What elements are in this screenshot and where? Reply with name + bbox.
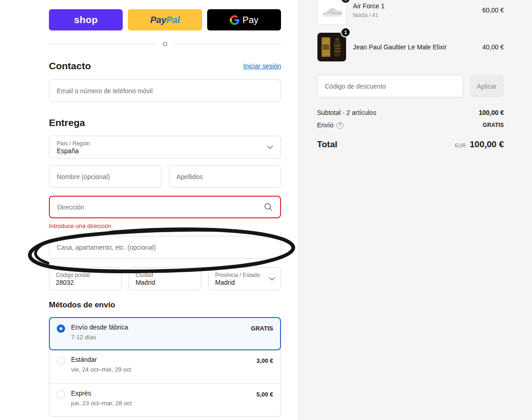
postal-code-label: Código postal <box>56 272 90 278</box>
shipping-option-detail: jue, 23 oct–mar, 28 oct <box>71 400 257 407</box>
cart-item-le-male-elixir: 1 Jean Paul Gaultier Le Male Elixir 40,0… <box>317 32 504 62</box>
province-select[interactable]: Provincia / Estado Madrid <box>208 267 281 290</box>
shipping-cost-row: Envío ? GRATIS <box>317 121 504 129</box>
email-placeholder: Email o número de teléfono móvil <box>57 87 153 95</box>
order-summary-panel: 1 Air Force 1 Nocta / 41 60,00 € <box>299 0 532 420</box>
shipping-option-name: Envío desde fábrica <box>71 324 251 331</box>
search-icon <box>264 203 273 211</box>
total-row: Total EUR 100,00 € <box>317 139 504 150</box>
product-image-perfume <box>317 32 347 62</box>
express-payment-buttons: shop PayPal Pay <box>49 9 281 30</box>
locale-fields-row: Código postal 28032 Ciudad Madrid Provin… <box>49 267 281 290</box>
shipping-option-price: 5,00 € <box>257 391 273 398</box>
city-field[interactable]: Ciudad Madrid <box>129 267 202 290</box>
cart-item-air-force-1: 1 Air Force 1 Nocta / 41 60,00 € <box>317 0 504 25</box>
country-value: España <box>57 147 90 155</box>
first-name-placeholder: Nombre (opcional) <box>57 173 110 180</box>
apartment-field[interactable]: Casa, apartamento, etc. (opcional) <box>49 236 281 258</box>
checkout-page: Pago exprés shop PayPal Pay <box>0 0 532 420</box>
postal-code-value: 28032 <box>56 279 90 286</box>
divider-line <box>174 44 281 44</box>
province-label: Provincia / Estado <box>215 272 260 278</box>
discount-row: Código de descuento Aplicar <box>317 75 504 97</box>
city-value: Madrid <box>136 279 155 286</box>
product-name: Air Force 1 <box>353 2 482 10</box>
shipping-option-factory[interactable]: Envío desde fábrica 7-12 días GRATIS <box>49 317 281 350</box>
apply-discount-button[interactable]: Aplicar <box>470 75 504 97</box>
name-fields-row: Nombre (opcional) Apellidos <box>49 165 281 188</box>
first-name-field[interactable]: Nombre (opcional) <box>49 165 161 188</box>
product-image-sneaker <box>317 0 347 25</box>
radio-selected-icon[interactable] <box>57 324 65 333</box>
shipping-option-price: GRATIS <box>251 325 273 332</box>
city-label: Ciudad <box>136 272 155 278</box>
address-placeholder: Dirección <box>57 204 84 211</box>
product-price: 40,00 € <box>482 43 504 51</box>
contact-title: Contacto <box>49 60 91 72</box>
divider-line <box>49 44 156 44</box>
total-value: 100,00 € <box>470 139 504 150</box>
currency-code: EUR <box>455 143 466 148</box>
paypal-button[interactable]: PayPal <box>128 9 202 30</box>
quantity-badge: 1 <box>341 27 351 37</box>
chevron-down-icon <box>269 277 275 281</box>
shipping-option-standard[interactable]: Estándar vie, 24 oct–mié, 29 oct 3,00 € <box>49 350 281 383</box>
shipping-option-name: Exprés <box>71 390 257 397</box>
country-label: País / Región <box>57 140 90 147</box>
divider-label: O <box>162 41 167 48</box>
or-divider: O <box>49 40 281 48</box>
shop-pay-button[interactable]: shop <box>49 9 123 30</box>
shipping-option-name: Estándar <box>71 356 257 363</box>
province-value: Madrid <box>215 279 260 286</box>
chevron-down-icon <box>267 145 273 149</box>
shipping-cost-value: GRATIS <box>483 122 504 128</box>
contact-header: Contacto Iniciar sesión <box>49 60 281 72</box>
login-link[interactable]: Iniciar sesión <box>243 62 281 70</box>
subtotal-value: 100,00 € <box>479 109 504 116</box>
google-g-icon <box>230 15 239 25</box>
subtotal-label: Subtotal · 2 artículos <box>317 109 376 116</box>
last-name-field[interactable]: Apellidos <box>169 165 281 188</box>
apartment-placeholder: Casa, apartamento, etc. (opcional) <box>57 244 156 251</box>
subtotal-row: Subtotal · 2 artículos 100,00 € <box>317 109 504 116</box>
gpay-label: Pay <box>243 15 258 25</box>
total-label: Total <box>317 139 337 150</box>
delivery-title: Entrega <box>49 117 281 128</box>
shipping-option-express[interactable]: Exprés jue, 23 oct–mar, 28 oct 5,00 € <box>49 383 281 416</box>
shipping-methods-title: Métodos de envío <box>49 300 281 310</box>
address-field[interactable]: Dirección <box>49 196 281 218</box>
shipping-option-price: 3,00 € <box>257 357 273 364</box>
last-name-placeholder: Apellidos <box>177 173 203 180</box>
shop-pay-logo: shop <box>74 14 97 25</box>
address-error-message: Introduce una dirección <box>49 222 281 229</box>
postal-code-field[interactable]: Código postal 28032 <box>49 267 122 290</box>
discount-placeholder: Código de descuento <box>325 83 386 90</box>
shipping-option-detail: vie, 24 oct–mié, 29 oct <box>71 366 257 373</box>
product-name: Jean Paul Gaultier Le Male Elixir <box>353 43 482 51</box>
radio-icon[interactable] <box>57 390 65 399</box>
radio-icon[interactable] <box>57 357 65 365</box>
product-variant: Nocta / 41 <box>353 12 482 18</box>
paypal-logo: PayPal <box>150 15 180 25</box>
discount-code-field[interactable]: Código de descuento <box>317 75 463 97</box>
help-icon[interactable]: ? <box>336 122 343 129</box>
google-pay-button[interactable]: Pay <box>207 9 281 30</box>
email-field[interactable]: Email o número de teléfono móvil <box>49 79 281 102</box>
country-select[interactable]: País / Región España <box>49 136 281 159</box>
product-price: 60,00 € <box>482 6 504 14</box>
shipping-option-detail: 7-12 días <box>71 334 251 341</box>
shipping-cost-label: Envío <box>317 121 334 129</box>
shipping-methods-list: Envío desde fábrica 7-12 días GRATIS Est… <box>49 317 281 417</box>
checkout-form-column: Pago exprés shop PayPal Pay <box>49 0 281 420</box>
